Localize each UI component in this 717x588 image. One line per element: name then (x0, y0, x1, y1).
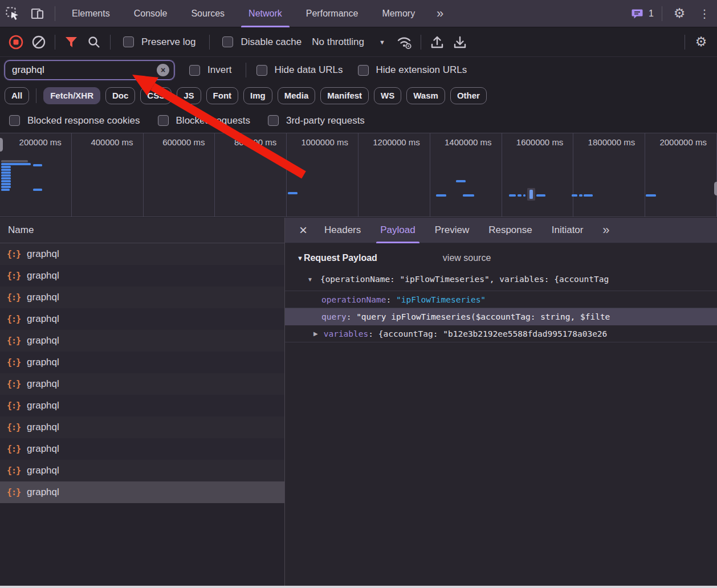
json-request-icon: {:} (7, 466, 21, 476)
network-settings-button[interactable]: ⚙ (690, 31, 712, 54)
payload-prop-row[interactable]: query: "query ipFlowTimeseries($accountT… (285, 308, 717, 325)
request-row[interactable]: {:}graphql (0, 287, 284, 308)
clear-filter-button[interactable]: × (157, 64, 169, 76)
device-toolbar-icon (30, 6, 45, 21)
triangle-down-icon: ▼ (307, 276, 313, 283)
devtools-menu-button[interactable]: ⋮ (692, 0, 717, 27)
request-row[interactable]: {:}graphql (0, 373, 284, 395)
view-source-link[interactable]: view source (443, 253, 491, 263)
chip-doc[interactable]: Doc (105, 87, 135, 104)
request-row[interactable]: {:}graphql (0, 243, 284, 265)
detail-tab-headers[interactable]: Headers (315, 218, 370, 243)
json-request-icon: {:} (7, 487, 21, 497)
timeline-tick: 1800000 ms (573, 133, 645, 217)
filter-input[interactable] (12, 64, 157, 76)
request-row[interactable]: {:}graphql (0, 438, 284, 460)
name-column-label: Name (8, 224, 34, 236)
chip-wasm[interactable]: Wasm (406, 87, 445, 104)
filter-button[interactable] (60, 31, 83, 54)
chip-img[interactable]: Img (243, 87, 272, 104)
checkbox-icon (256, 65, 267, 76)
checkbox-icon (268, 115, 279, 126)
chip-all[interactable]: All (5, 87, 29, 104)
chip-other[interactable]: Other (450, 87, 487, 104)
blocked-requests-checkbox[interactable]: Blocked requests (158, 115, 250, 126)
chevron-double-right-icon: » (437, 6, 442, 21)
request-row[interactable]: {:}graphql (0, 395, 284, 416)
close-detail-button[interactable]: × (292, 218, 315, 243)
hide-data-urls-checkbox[interactable]: Hide data URLs (256, 64, 343, 76)
prop-colon: : (386, 295, 396, 304)
request-name: graphql (27, 248, 59, 260)
request-payload-section[interactable]: ▼ Request Payload view source (285, 253, 717, 263)
kebab-menu-icon: ⋮ (699, 7, 710, 21)
payload-prop-row[interactable]: ▶variables: {accountTag: "b12e3b2192ee55… (285, 325, 717, 342)
clear-button[interactable] (27, 31, 50, 54)
prop-key: query (321, 312, 347, 321)
filter-row: × Invert Hide data URLs Hide extension U… (0, 57, 717, 83)
issues-indicator[interactable]: 1 (628, 8, 657, 19)
tab-performance[interactable]: Performance (294, 0, 370, 27)
throttling-select[interactable]: No throttling ▼ (312, 36, 385, 48)
request-row[interactable]: {:}graphql (0, 416, 284, 438)
timeline-tick: 600000 ms (144, 133, 215, 217)
network-conditions-button[interactable] (393, 31, 416, 54)
import-har-button[interactable] (426, 31, 449, 54)
hide-extension-urls-checkbox[interactable]: Hide extension URLs (358, 64, 467, 76)
tab-console[interactable]: Console (122, 0, 180, 27)
detail-tab-response[interactable]: Response (479, 218, 542, 243)
request-row[interactable]: {:}graphql (0, 352, 284, 373)
more-detail-tabs-button[interactable]: » (593, 218, 618, 243)
json-request-icon: {:} (7, 379, 21, 389)
checkbox-icon (358, 65, 369, 76)
chip-manifest[interactable]: Manifest (320, 87, 369, 104)
request-row[interactable]: {:}graphql (0, 330, 284, 352)
devtools-tabbar: ElementsConsoleSourcesNetworkPerformance… (0, 0, 717, 27)
payload-preview-line[interactable]: ▼ {operationName: "ipFlowTimeseries", va… (285, 275, 717, 284)
json-request-icon: {:} (7, 422, 21, 432)
request-row[interactable]: {:}graphql (0, 308, 284, 330)
3rd-party-requests-checkbox[interactable]: 3rd-party requests (268, 115, 365, 126)
inspect-element-button[interactable] (0, 0, 25, 27)
json-request-icon: {:} (7, 444, 21, 454)
chip-ws[interactable]: WS (374, 87, 401, 104)
invert-checkbox[interactable]: Invert (189, 64, 232, 76)
tab-network[interactable]: Network (237, 0, 294, 27)
tab-memory[interactable]: Memory (370, 0, 427, 27)
payload-properties: operationName: "ipFlowTimeseries"query: … (285, 291, 717, 342)
payload-prop-row[interactable]: operationName: "ipFlowTimeseries" (285, 291, 717, 308)
detail-tabs: HeadersPayloadPreviewResponseInitiator (315, 218, 593, 243)
detail-tab-preview[interactable]: Preview (425, 218, 479, 243)
overview-left-handle[interactable] (0, 138, 3, 152)
detail-tab-initiator[interactable]: Initiator (542, 218, 593, 243)
blocked-response-cookies-checkbox[interactable]: Blocked response cookies (9, 115, 140, 126)
record-button[interactable] (5, 31, 27, 54)
disable-cache-checkbox[interactable]: Disable cache (222, 36, 302, 48)
detail-tab-payload[interactable]: Payload (370, 218, 425, 243)
chip-font[interactable]: Font (206, 87, 238, 104)
chip-css[interactable]: CSS (140, 87, 172, 104)
overview-right-handle[interactable] (714, 182, 717, 195)
preserve-log-checkbox[interactable]: Preserve log (123, 36, 195, 48)
request-row[interactable]: {:}graphql (0, 460, 284, 481)
request-row[interactable]: {:}graphql (0, 481, 284, 503)
tab-sources[interactable]: Sources (179, 0, 237, 27)
network-main-split: Name {:}graphql{:}graphql{:}graphql{:}gr… (0, 218, 717, 586)
chip-media[interactable]: Media (278, 87, 316, 104)
request-name: graphql (27, 292, 59, 303)
device-toolbar-button[interactable] (25, 0, 50, 27)
timeline-overview[interactable]: 200000 ms400000 ms600000 ms800000 ms1000… (0, 133, 717, 217)
chevron-down-icon: ▼ (379, 39, 385, 46)
name-column-header[interactable]: Name (0, 218, 284, 243)
json-request-icon: {:} (7, 314, 21, 324)
tab-elements[interactable]: Elements (60, 0, 122, 27)
export-har-button[interactable] (449, 31, 471, 54)
settings-button[interactable]: ⚙ (667, 0, 692, 27)
chip-fetch-xhr[interactable]: Fetch/XHR (43, 87, 100, 104)
request-row[interactable]: {:}graphql (0, 265, 284, 287)
triangle-down-icon: ▼ (297, 255, 303, 262)
search-button[interactable] (83, 31, 105, 54)
more-tabs-button[interactable]: » (427, 0, 452, 27)
chip-js[interactable]: JS (177, 87, 201, 104)
gear-icon: ⚙ (674, 7, 686, 20)
